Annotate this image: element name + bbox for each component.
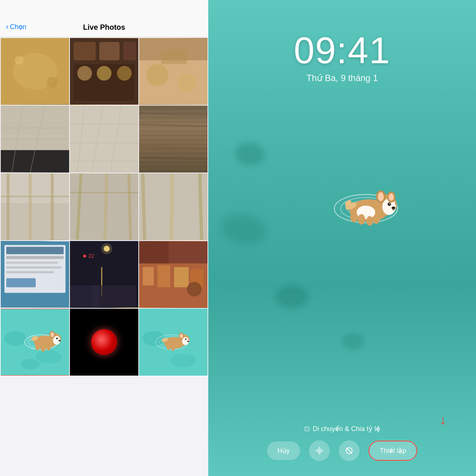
- bg-decoration: [275, 286, 309, 308]
- photo-item[interactable]: [1, 241, 69, 308]
- svg-point-133: [319, 454, 320, 455]
- photo-item[interactable]: [70, 38, 138, 105]
- photo-item[interactable]: [1, 106, 69, 173]
- svg-point-10: [77, 66, 92, 81]
- live-photo-button[interactable]: [309, 440, 330, 461]
- photo-item[interactable]: [70, 106, 138, 173]
- lockscreen-time-area: 09:41 Thứ Ba, 9 tháng 1: [208, 0, 476, 83]
- svg-rect-40: [1, 174, 69, 203]
- svg-rect-6: [74, 42, 96, 60]
- svg-point-88: [51, 332, 54, 337]
- svg-point-135: [322, 450, 323, 451]
- photo-item[interactable]: [139, 173, 208, 240]
- svg-point-68: [83, 255, 86, 258]
- svg-point-108: [171, 346, 175, 351]
- svg-point-3: [47, 77, 58, 88]
- svg-rect-57: [6, 256, 64, 259]
- photo-item[interactable]: 22: [70, 241, 138, 308]
- photo-item[interactable]: [139, 309, 208, 376]
- svg-point-80: [36, 350, 61, 364]
- svg-rect-58: [6, 261, 58, 264]
- bg-decoration: [342, 333, 364, 350]
- lockscreen-date: Thứ Ba, 9 tháng 1: [208, 73, 476, 83]
- svg-point-117: [378, 192, 384, 201]
- svg-point-106: [187, 341, 189, 342]
- svg-point-79: [4, 331, 26, 346]
- back-button[interactable]: ‹ Chọn: [6, 23, 26, 31]
- svg-point-93: [47, 345, 51, 351]
- photo-item[interactable]: [139, 106, 208, 173]
- setup-button[interactable]: Thiết lập: [369, 441, 417, 461]
- page-title: Live Photos: [83, 23, 125, 32]
- svg-point-92: [41, 346, 45, 352]
- svg-rect-49: [70, 192, 138, 193]
- back-label: Chọn: [10, 23, 26, 31]
- move-scale-label: Di chuyển & Chia tỷ lệ: [313, 425, 380, 433]
- svg-rect-67: [70, 286, 99, 308]
- svg-point-134: [315, 450, 316, 451]
- photo-item[interactable]: [1, 173, 69, 240]
- svg-rect-76: [139, 241, 168, 263]
- svg-point-127: [373, 215, 380, 224]
- svg-line-48: [129, 174, 131, 240]
- svg-point-125: [358, 214, 365, 225]
- back-chevron-icon: ‹: [6, 22, 9, 31]
- svg-point-81: [21, 359, 39, 370]
- svg-point-126: [366, 216, 373, 226]
- svg-point-122: [392, 207, 395, 209]
- right-panel: 09:41 Thứ Ba, 9 tháng 1: [208, 0, 476, 476]
- svg-point-2: [15, 56, 24, 65]
- svg-rect-73: [157, 265, 170, 287]
- move-scale-hint: ⊡ Di chuyển & Chia tỷ lệ: [208, 425, 476, 433]
- svg-point-107: [167, 345, 170, 350]
- svg-point-104: [180, 334, 183, 338]
- svg-point-131: [319, 450, 320, 451]
- svg-point-11: [97, 66, 112, 81]
- svg-rect-56: [6, 247, 64, 254]
- svg-point-89: [56, 338, 58, 340]
- photo-item[interactable]: [70, 173, 138, 240]
- svg-point-105: [185, 338, 187, 340]
- bg-decoration: [222, 214, 266, 244]
- bg-decoration: [235, 143, 265, 165]
- svg-point-16: [178, 73, 196, 91]
- svg-point-4: [26, 86, 34, 94]
- svg-line-53: [200, 174, 202, 240]
- red-dot-decoration: [91, 329, 117, 355]
- bottom-buttons: Hủy Thiết lập: [208, 440, 476, 461]
- svg-point-90: [58, 340, 61, 341]
- photo-grid: 22: [0, 37, 208, 476]
- nav-bar: ‹ Chọn Live Photos: [0, 0, 208, 37]
- svg-rect-32: [139, 106, 208, 172]
- svg-point-97: [170, 354, 196, 367]
- lockscreen-corgi: [329, 181, 396, 225]
- left-panel: ‹ Chọn Live Photos: [0, 0, 208, 476]
- svg-point-77: [187, 282, 202, 297]
- strikethrough-button[interactable]: [339, 440, 360, 461]
- svg-point-121: [389, 203, 390, 205]
- photo-item[interactable]: [139, 241, 208, 308]
- svg-rect-61: [6, 278, 36, 287]
- svg-rect-72: [143, 267, 154, 285]
- svg-point-119: [389, 193, 394, 201]
- photo-item[interactable]: [139, 38, 208, 105]
- svg-point-124: [350, 212, 358, 222]
- cancel-button[interactable]: Hủy: [267, 441, 300, 460]
- photo-item[interactable]: [1, 38, 69, 105]
- svg-rect-74: [174, 267, 189, 287]
- svg-point-64: [101, 243, 112, 254]
- svg-point-96: [143, 331, 165, 346]
- svg-line-51: [143, 174, 145, 240]
- lockscreen-bottom: ⊡ Di chuyển & Chia tỷ lệ Hủy: [208, 425, 476, 476]
- lockscreen-time: 09:41: [208, 30, 476, 71]
- svg-text:22: 22: [88, 253, 94, 259]
- svg-line-52: [171, 174, 172, 240]
- photo-item-selected[interactable]: [1, 309, 69, 376]
- photo-item[interactable]: [70, 309, 138, 376]
- svg-line-47: [105, 174, 107, 240]
- svg-rect-8: [123, 42, 136, 60]
- svg-rect-25: [70, 106, 138, 172]
- svg-rect-17: [161, 49, 187, 64]
- svg-point-91: [35, 344, 40, 350]
- svg-rect-7: [99, 42, 119, 60]
